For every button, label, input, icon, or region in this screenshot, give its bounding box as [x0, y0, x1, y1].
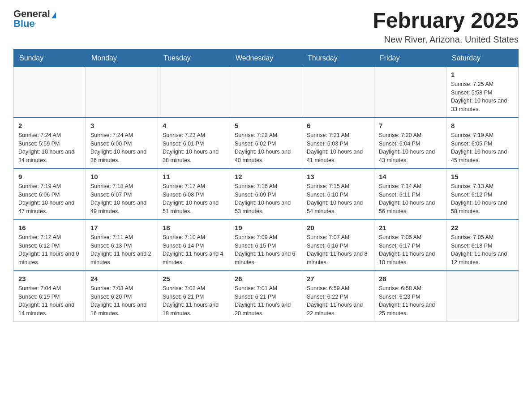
calendar-table: SundayMondayTuesdayWednesdayThursdayFrid…: [13, 49, 519, 322]
day-number: 16: [18, 224, 81, 231]
logo-blue: Blue: [13, 19, 35, 29]
day-number: 6: [307, 122, 369, 129]
title-section: February 2025 New River, Arizona, United…: [373, 9, 519, 45]
day-info: Sunrise: 7:23 AM Sunset: 6:01 PM Dayligh…: [163, 131, 225, 165]
calendar-cell: [302, 67, 374, 118]
day-number: 21: [379, 224, 442, 231]
day-info: Sunrise: 6:58 AM Sunset: 6:23 PM Dayligh…: [379, 284, 442, 318]
day-number: 27: [307, 275, 369, 283]
calendar-cell: 25Sunrise: 7:02 AM Sunset: 6:21 PM Dayli…: [158, 271, 230, 322]
day-info: Sunrise: 7:05 AM Sunset: 6:18 PM Dayligh…: [451, 233, 514, 267]
calendar-cell: 1Sunrise: 7:25 AM Sunset: 5:58 PM Daylig…: [446, 67, 519, 118]
day-of-week-header: Friday: [374, 49, 446, 67]
logo-text: General: [13, 9, 56, 19]
day-info: Sunrise: 7:03 AM Sunset: 6:20 PM Dayligh…: [90, 284, 153, 318]
calendar-cell: [446, 271, 519, 322]
calendar-cell: 21Sunrise: 7:06 AM Sunset: 6:17 PM Dayli…: [374, 220, 446, 271]
day-info: Sunrise: 7:24 AM Sunset: 5:59 PM Dayligh…: [18, 131, 81, 165]
calendar-cell: 15Sunrise: 7:13 AM Sunset: 6:12 PM Dayli…: [446, 169, 519, 220]
day-info: Sunrise: 7:25 AM Sunset: 5:58 PM Dayligh…: [451, 80, 514, 114]
day-number: 19: [235, 224, 297, 231]
day-number: 10: [90, 173, 153, 180]
calendar-cell: 2Sunrise: 7:24 AM Sunset: 5:59 PM Daylig…: [14, 118, 86, 169]
day-info: Sunrise: 7:15 AM Sunset: 6:10 PM Dayligh…: [307, 182, 369, 216]
day-info: Sunrise: 7:02 AM Sunset: 6:21 PM Dayligh…: [163, 284, 225, 318]
day-number: 13: [307, 173, 369, 180]
day-info: Sunrise: 7:17 AM Sunset: 6:08 PM Dayligh…: [163, 182, 225, 216]
calendar-cell: [374, 67, 446, 118]
calendar-cell: 26Sunrise: 7:01 AM Sunset: 6:21 PM Dayli…: [230, 271, 302, 322]
calendar-cell: [158, 67, 230, 118]
day-number: 26: [235, 275, 297, 283]
day-info: Sunrise: 7:07 AM Sunset: 6:16 PM Dayligh…: [307, 233, 369, 267]
day-number: 28: [379, 275, 442, 283]
calendar-cell: 10Sunrise: 7:18 AM Sunset: 6:07 PM Dayli…: [86, 169, 158, 220]
calendar-cell: 5Sunrise: 7:22 AM Sunset: 6:02 PM Daylig…: [230, 118, 302, 169]
day-info: Sunrise: 7:18 AM Sunset: 6:07 PM Dayligh…: [90, 182, 153, 216]
day-info: Sunrise: 7:14 AM Sunset: 6:11 PM Dayligh…: [379, 182, 442, 216]
day-info: Sunrise: 7:13 AM Sunset: 6:12 PM Dayligh…: [451, 182, 514, 216]
day-of-week-header: Thursday: [302, 49, 374, 67]
day-info: Sunrise: 7:19 AM Sunset: 6:06 PM Dayligh…: [18, 182, 81, 216]
day-info: Sunrise: 7:22 AM Sunset: 6:02 PM Dayligh…: [235, 131, 297, 165]
calendar-week-row: 1Sunrise: 7:25 AM Sunset: 5:58 PM Daylig…: [14, 67, 519, 118]
calendar-cell: 14Sunrise: 7:14 AM Sunset: 6:11 PM Dayli…: [374, 169, 446, 220]
month-title: February 2025: [373, 9, 519, 33]
day-of-week-header: Tuesday: [158, 49, 230, 67]
calendar-cell: 19Sunrise: 7:09 AM Sunset: 6:15 PM Dayli…: [230, 220, 302, 271]
calendar-cell: 8Sunrise: 7:19 AM Sunset: 6:05 PM Daylig…: [446, 118, 519, 169]
day-info: Sunrise: 7:24 AM Sunset: 6:00 PM Dayligh…: [90, 131, 153, 165]
calendar-cell: 16Sunrise: 7:12 AM Sunset: 6:12 PM Dayli…: [14, 220, 86, 271]
calendar-cell: 17Sunrise: 7:11 AM Sunset: 6:13 PM Dayli…: [86, 220, 158, 271]
calendar-week-row: 23Sunrise: 7:04 AM Sunset: 6:19 PM Dayli…: [14, 271, 519, 322]
calendar-cell: 3Sunrise: 7:24 AM Sunset: 6:00 PM Daylig…: [86, 118, 158, 169]
day-of-week-header: Monday: [86, 49, 158, 67]
day-number: 4: [163, 122, 225, 129]
day-number: 2: [18, 122, 81, 129]
day-number: 5: [235, 122, 297, 129]
calendar-cell: 4Sunrise: 7:23 AM Sunset: 6:01 PM Daylig…: [158, 118, 230, 169]
calendar-week-row: 16Sunrise: 7:12 AM Sunset: 6:12 PM Dayli…: [14, 220, 519, 271]
day-number: 20: [307, 224, 369, 231]
day-info: Sunrise: 6:59 AM Sunset: 6:22 PM Dayligh…: [307, 284, 369, 318]
calendar-cell: 20Sunrise: 7:07 AM Sunset: 6:16 PM Dayli…: [302, 220, 374, 271]
day-info: Sunrise: 7:01 AM Sunset: 6:21 PM Dayligh…: [235, 284, 297, 318]
page-header: General Blue February 2025 New River, Ar…: [13, 9, 519, 45]
day-info: Sunrise: 7:20 AM Sunset: 6:04 PM Dayligh…: [379, 131, 442, 165]
day-number: 14: [379, 173, 442, 180]
day-number: 15: [451, 173, 514, 180]
day-number: 11: [163, 173, 225, 180]
calendar-cell: 6Sunrise: 7:21 AM Sunset: 6:03 PM Daylig…: [302, 118, 374, 169]
day-of-week-header: Sunday: [14, 49, 86, 67]
day-info: Sunrise: 7:21 AM Sunset: 6:03 PM Dayligh…: [307, 131, 369, 165]
day-number: 9: [18, 173, 81, 180]
location-subtitle: New River, Arizona, United States: [373, 34, 519, 45]
calendar-cell: 11Sunrise: 7:17 AM Sunset: 6:08 PM Dayli…: [158, 169, 230, 220]
calendar-cell: 12Sunrise: 7:16 AM Sunset: 6:09 PM Dayli…: [230, 169, 302, 220]
day-number: 17: [90, 224, 153, 231]
day-of-week-header: Wednesday: [230, 49, 302, 67]
day-number: 18: [163, 224, 225, 231]
calendar-cell: 28Sunrise: 6:58 AM Sunset: 6:23 PM Dayli…: [374, 271, 446, 322]
day-number: 22: [451, 224, 514, 231]
calendar-cell: 13Sunrise: 7:15 AM Sunset: 6:10 PM Dayli…: [302, 169, 374, 220]
day-info: Sunrise: 7:04 AM Sunset: 6:19 PM Dayligh…: [18, 284, 81, 318]
calendar-week-row: 9Sunrise: 7:19 AM Sunset: 6:06 PM Daylig…: [14, 169, 519, 220]
day-number: 12: [235, 173, 297, 180]
logo-triangle-icon: [51, 12, 56, 18]
day-info: Sunrise: 7:16 AM Sunset: 6:09 PM Dayligh…: [235, 182, 297, 216]
calendar-cell: 7Sunrise: 7:20 AM Sunset: 6:04 PM Daylig…: [374, 118, 446, 169]
calendar-week-row: 2Sunrise: 7:24 AM Sunset: 5:59 PM Daylig…: [14, 118, 519, 169]
calendar-cell: [230, 67, 302, 118]
logo: General Blue: [13, 9, 56, 29]
day-number: 1: [451, 71, 514, 78]
day-number: 3: [90, 122, 153, 129]
day-number: 7: [379, 122, 442, 129]
day-of-week-header: Saturday: [446, 49, 519, 67]
day-number: 25: [163, 275, 225, 283]
day-info: Sunrise: 7:09 AM Sunset: 6:15 PM Dayligh…: [235, 233, 297, 267]
day-number: 24: [90, 275, 153, 283]
day-info: Sunrise: 7:06 AM Sunset: 6:17 PM Dayligh…: [379, 233, 442, 267]
calendar-header-row: SundayMondayTuesdayWednesdayThursdayFrid…: [14, 49, 519, 67]
day-info: Sunrise: 7:19 AM Sunset: 6:05 PM Dayligh…: [451, 131, 514, 165]
